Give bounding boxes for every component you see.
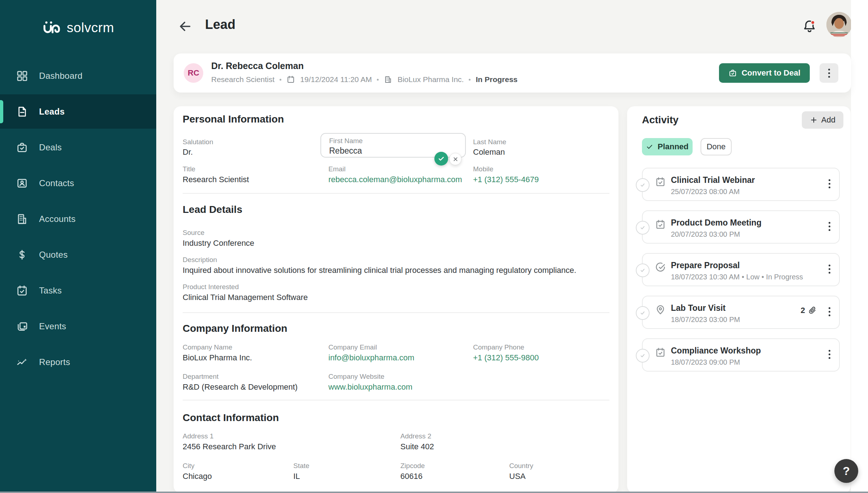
kebab-icon [828,69,830,78]
email-link[interactable]: rebecca.coleman@bioluxpharma.com [328,175,462,184]
activity-panel: Activity Add Planned Done [627,106,851,493]
mobile-link[interactable]: +1 (312) 555-4679 [473,175,539,184]
kebab-icon [829,307,830,316]
notifications-bell-icon[interactable] [802,19,817,34]
activity-item[interactable]: Clinical Trial Webinar 25/07/2023 08:00 … [642,168,840,201]
activity-title: Prepare Proposal [671,261,740,270]
convert-to-deal-button[interactable]: Convert to Deal [719,63,810,83]
confirm-edit-button[interactable] [434,152,448,166]
contacts-icon [16,177,28,189]
check-icon [646,143,653,150]
title-value: Research Scientist [183,175,249,184]
tab-planned[interactable]: Planned [642,138,693,155]
activity-datetime: 18/07/2023 10:30 AM • Low • In Progress [671,273,803,281]
company-name-value: BioLux Pharma Inc. [183,353,252,363]
dashboard-icon [16,70,28,82]
sidebar-item-tasks[interactable]: Tasks [0,273,156,308]
mark-complete-toggle[interactable] [636,263,650,277]
lead-job-title: Research Scientist [211,75,275,84]
mark-complete-toggle[interactable] [636,221,650,235]
mark-complete-toggle[interactable] [636,178,650,192]
email-label: Email [328,165,346,173]
product-interested-value: Clinical Trial Management Software [183,293,308,302]
company-name-label: Company Name [183,343,232,351]
company-phone-link[interactable]: +1 (312) 555-9800 [473,353,539,363]
events-icon [16,320,28,333]
sidebar-item-contacts[interactable]: Contacts [0,166,156,200]
company-website-label: Company Website [328,373,384,381]
zipcode-label: Zipcode [400,462,425,470]
paperclip-icon [808,306,817,315]
dot-separator [377,79,379,81]
address2-label: Address 2 [400,432,431,440]
mark-complete-toggle[interactable] [636,349,650,363]
scrollbar-track[interactable] [851,0,868,493]
last-name-label: Last Name [473,138,506,146]
lead-details-heading: Lead Details [183,204,242,215]
leads-icon [16,106,28,118]
country-label: Country [509,462,533,470]
lead-more-actions-button[interactable] [820,63,838,83]
convert-to-deal-label: Convert to Deal [741,68,800,78]
activity-more-button[interactable] [826,262,833,276]
activity-title: Product Demo Meeting [671,218,761,228]
window-bottom-edge [0,492,868,493]
company-website-link[interactable]: www.bioluxpharma.com [328,382,412,392]
sidebar-item-deals[interactable]: Deals [0,130,156,164]
lead-name: Dr. Rebecca Coleman [211,61,304,71]
sidebar-item-leads[interactable]: Leads [0,94,156,129]
activity-item[interactable]: Prepare Proposal 18/07/2023 10:30 AM • L… [642,253,840,286]
activity-title: Clinical Trial Webinar [671,175,755,185]
section-divider [183,193,609,194]
page-header: Lead [156,0,851,53]
lead-detail-card: Personal Information Salutation Dr. Firs… [174,106,618,493]
activity-more-button[interactable] [826,220,833,233]
salutation-label: Salutation [183,138,213,146]
activity-heading: Activity [642,114,678,126]
sidebar-item-label: Events [39,321,66,331]
attachment-count[interactable]: 2 [801,306,817,315]
dot-separator [280,79,281,81]
activity-title: Compliance Workshop [671,346,761,356]
city-label: City [183,462,195,470]
mark-complete-toggle[interactable] [636,306,650,320]
calendar-icon [286,75,295,84]
sidebar-item-label: Contacts [39,178,74,188]
title-label: Title [183,165,195,173]
kebab-icon [829,350,830,359]
activity-more-button[interactable] [826,177,833,190]
reports-icon [16,356,28,368]
company-email-link[interactable]: info@bioluxpharma.com [328,353,414,363]
user-avatar[interactable] [826,12,852,37]
lead-summary-card: RC Dr. Rebecca Coleman Research Scientis… [174,53,851,93]
help-button[interactable]: ? [834,459,858,483]
personal-information-heading: Personal Information [183,113,284,125]
sidebar-item-label: Tasks [39,286,62,296]
sidebar-item-dashboard[interactable]: Dashboard [0,59,156,93]
accounts-icon [16,213,28,225]
add-activity-button[interactable]: Add [802,111,843,129]
activity-datetime: 18/07/2023 03:00 PM [671,316,740,324]
tab-done[interactable]: Done [701,138,732,155]
activity-more-button[interactable] [826,348,833,361]
cancel-edit-button[interactable] [449,153,461,165]
activity-item[interactable]: Lab Tour Visit 18/07/2023 03:00 PM 2 [642,296,840,329]
sidebar-item-quotes[interactable]: Quotes [0,237,156,272]
sidebar-item-label: Deals [39,142,62,153]
back-arrow-icon[interactable] [178,20,192,33]
sidebar-item-events[interactable]: Events [0,309,156,343]
activity-datetime: 25/07/2023 08:00 AM [671,188,740,196]
quotes-icon [16,249,28,261]
activity-item[interactable]: Product Demo Meeting 20/07/2023 03:00 PM [642,210,840,244]
kebab-icon [829,179,830,188]
section-divider [183,312,609,313]
sidebar-item-reports[interactable]: Reports [0,345,156,379]
sidebar-item-accounts[interactable]: Accounts [0,202,156,236]
sidebar-item-label: Accounts [39,214,76,224]
activity-more-button[interactable] [826,305,833,318]
add-activity-label: Add [821,115,835,125]
activity-item[interactable]: Compliance Workshop 18/07/2023 09:00 PM [642,338,840,372]
kebab-icon [829,265,830,274]
deals-icon [16,141,28,154]
lead-initials-avatar: RC [184,63,203,83]
